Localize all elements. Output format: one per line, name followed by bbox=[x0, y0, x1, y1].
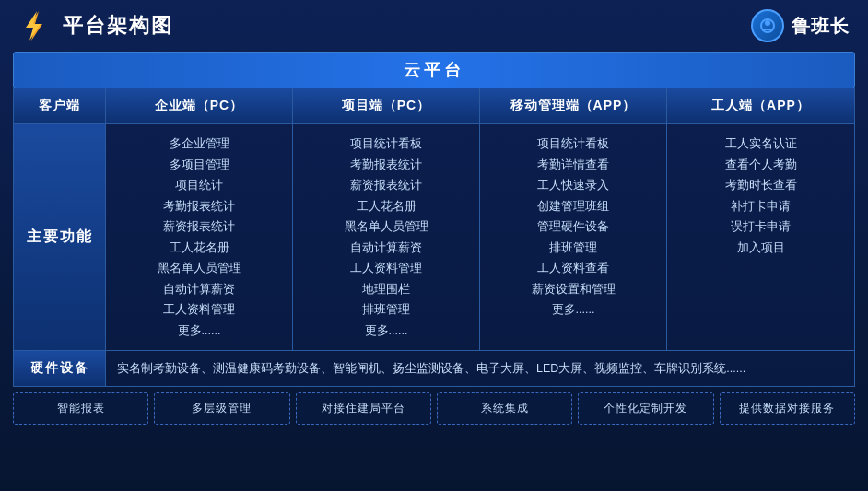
list-item: 补打卡申请 bbox=[674, 196, 847, 217]
brand-svg bbox=[757, 16, 778, 36]
list-item: 工人花名册 bbox=[113, 238, 285, 259]
column-headers: 客户端 企业端（PC） 项目端（PC） 移动管理端（APP） 工人端（APP） bbox=[13, 88, 855, 124]
list-item: 工人资料管理 bbox=[300, 258, 472, 279]
worker-func-cell: 工人实名认证查看个人考勤考勤时长查看补打卡申请误打卡申请加入项目 bbox=[667, 124, 854, 350]
list-item: 工人资料管理 bbox=[113, 299, 285, 321]
project-func-cell: 项目统计看板考勤报表统计薪资报表统计工人花名册黑名单人员管理自动计算薪资工人资料… bbox=[293, 124, 480, 350]
list-item: 考勤详情查看 bbox=[487, 155, 659, 176]
feature-item: 系统集成 bbox=[437, 392, 572, 425]
list-item: 更多...... bbox=[113, 321, 285, 342]
hardware-label: 硬件设备 bbox=[14, 351, 106, 386]
list-item: 薪资报表统计 bbox=[300, 175, 472, 196]
page-title: 平台架构图 bbox=[63, 12, 173, 40]
col-client: 客户端 bbox=[14, 88, 106, 123]
col-mobile: 移动管理端（APP） bbox=[480, 88, 667, 123]
hardware-row: 硬件设备 实名制考勤设备、测温健康码考勤设备、智能闸机、扬尘监测设备、电子大屏、… bbox=[13, 351, 855, 387]
list-item: 薪资设置和管理 bbox=[487, 279, 659, 300]
col-enterprise: 企业端（PC） bbox=[106, 88, 293, 123]
main-content: 云平台 客户端 企业端（PC） 项目端（PC） 移动管理端（APP） 工人端（A… bbox=[0, 52, 868, 434]
list-item: 工人花名册 bbox=[300, 196, 472, 217]
brand-icon bbox=[751, 9, 784, 42]
list-item: 多项目管理 bbox=[113, 155, 285, 176]
list-item: 工人快速录入 bbox=[487, 175, 659, 196]
list-item: 项目统计看板 bbox=[487, 134, 659, 155]
logo-icon bbox=[18, 9, 52, 42]
col-worker: 工人端（APP） bbox=[667, 88, 854, 123]
list-item: 查看个人考勤 bbox=[674, 155, 847, 176]
list-item: 地理围栏 bbox=[300, 279, 472, 300]
list-item: 考勤报表统计 bbox=[300, 155, 472, 176]
list-item: 排班管理 bbox=[300, 299, 472, 321]
list-item: 考勤时长查看 bbox=[674, 175, 847, 196]
list-item: 误打卡申请 bbox=[674, 216, 847, 238]
list-item: 更多...... bbox=[487, 299, 659, 321]
list-item: 排班管理 bbox=[487, 238, 659, 259]
feature-item: 个性化定制开发 bbox=[578, 392, 713, 425]
list-item: 更多...... bbox=[300, 321, 472, 342]
enterprise-func-cell: 多企业管理多项目管理项目统计考勤报表统计薪资报表统计工人花名册黑名单人员管理自动… bbox=[106, 124, 293, 350]
page-wrapper: 平台架构图 鲁班长 云平台 客户端 企业端（PC） 项目端（PC） 移动管理端（… bbox=[0, 0, 868, 491]
list-item: 考勤报表统计 bbox=[113, 196, 285, 217]
list-item: 自动计算薪资 bbox=[113, 279, 285, 300]
list-item: 加入项目 bbox=[674, 238, 847, 259]
header: 平台架构图 鲁班长 bbox=[0, 0, 868, 52]
svg-point-3 bbox=[765, 20, 770, 26]
list-item: 黑名单人员管理 bbox=[300, 216, 472, 238]
main-func-label: 主要功能 bbox=[14, 124, 106, 350]
feature-item: 多层级管理 bbox=[154, 392, 289, 425]
list-item: 项目统计 bbox=[113, 175, 285, 196]
feature-item: 对接住建局平台 bbox=[296, 392, 431, 425]
list-item: 创建管理班组 bbox=[487, 196, 659, 217]
cloud-label: 云平台 bbox=[404, 61, 464, 79]
header-left: 平台架构图 bbox=[18, 9, 173, 42]
mobile-func-cell: 项目统计看板考勤详情查看工人快速录入创建管理班组管理硬件设备排班管理工人资料查看… bbox=[480, 124, 667, 350]
list-item: 自动计算薪资 bbox=[300, 238, 472, 259]
list-item: 黑名单人员管理 bbox=[113, 258, 285, 279]
col-project: 项目端（PC） bbox=[293, 88, 480, 123]
brand-name: 鲁班长 bbox=[792, 14, 850, 39]
main-func-row: 主要功能 多企业管理多项目管理项目统计考勤报表统计薪资报表统计工人花名册黑名单人… bbox=[13, 124, 855, 351]
list-item: 多企业管理 bbox=[113, 134, 285, 155]
cloud-banner: 云平台 bbox=[13, 52, 855, 88]
features-row: 智能报表多层级管理对接住建局平台系统集成个性化定制开发提供数据对接服务 bbox=[13, 392, 855, 425]
list-item: 工人资料查看 bbox=[487, 258, 659, 279]
hardware-content: 实名制考勤设备、测温健康码考勤设备、智能闸机、扬尘监测设备、电子大屏、LED大屏… bbox=[106, 351, 854, 386]
feature-item: 智能报表 bbox=[13, 392, 148, 425]
list-item: 项目统计看板 bbox=[300, 134, 472, 155]
list-item: 管理硬件设备 bbox=[487, 216, 659, 238]
brand-logo: 鲁班长 bbox=[751, 9, 850, 42]
feature-item: 提供数据对接服务 bbox=[720, 392, 855, 425]
list-item: 薪资报表统计 bbox=[113, 216, 285, 238]
list-item: 工人实名认证 bbox=[674, 134, 847, 155]
